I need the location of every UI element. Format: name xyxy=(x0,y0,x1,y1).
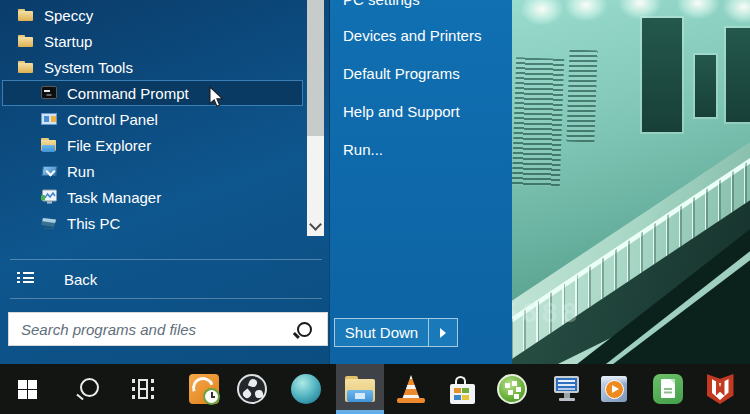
open-app-indicator xyxy=(336,410,384,414)
back-button[interactable]: Back xyxy=(2,264,303,294)
search-icon xyxy=(80,378,99,397)
menu-item-label: Control Panel xyxy=(67,111,158,128)
program-list: Speccy Startup System Tools Command Prom… xyxy=(2,2,303,236)
start-button[interactable] xyxy=(3,364,51,414)
taskbar-app-obs-studio[interactable] xyxy=(228,364,276,414)
file-explorer-icon xyxy=(345,376,375,402)
menu-item-command-prompt[interactable]: Command Prompt xyxy=(2,80,303,106)
scrollbar-thumb[interactable] xyxy=(307,0,324,136)
task-view-icon xyxy=(132,379,154,399)
mouse-cursor xyxy=(209,86,225,108)
divider xyxy=(10,298,322,299)
taskbar-app-green-document[interactable] xyxy=(644,364,692,414)
search-input[interactable] xyxy=(9,321,297,338)
wallpaper-door xyxy=(726,28,750,122)
obs-studio-icon xyxy=(237,374,267,404)
start-menu-right-panel: PC settings Devices and Printers Default… xyxy=(330,0,512,364)
shutdown-label: Shut Down xyxy=(335,324,428,341)
photo-watermark: 5688 xyxy=(510,298,582,329)
run-icon xyxy=(40,163,59,179)
menu-item-control-panel[interactable]: Control Panel xyxy=(2,106,303,132)
menu-item-speccy[interactable]: Speccy xyxy=(2,2,303,28)
taskbar-app-file-explorer[interactable] xyxy=(336,364,384,414)
command-prompt-icon xyxy=(40,85,59,101)
windows-logo-icon xyxy=(18,380,37,399)
shutdown-options-arrow-icon xyxy=(440,328,446,338)
back-label: Back xyxy=(64,271,97,288)
wallpaper-vent xyxy=(512,57,564,187)
menu-item-this-pc[interactable]: This PC xyxy=(2,210,303,236)
menu-list-icon xyxy=(17,272,34,286)
taskbar-app-mcafee[interactable] xyxy=(696,364,744,414)
shutdown-button[interactable]: Shut Down xyxy=(334,318,458,347)
menu-item-system-tools[interactable]: System Tools xyxy=(2,54,303,80)
menu-item-run-dialog[interactable]: Run... xyxy=(343,140,383,160)
menu-item-startup[interactable]: Startup xyxy=(2,28,303,54)
orange-clock-app-icon xyxy=(189,374,219,404)
windows-desktop: 5688 Speccy Startup System Tools Command… xyxy=(0,0,750,414)
shutdown-options-button[interactable] xyxy=(429,328,457,338)
menu-item-label: Task Manager xyxy=(67,189,161,206)
folder-icon xyxy=(17,33,36,49)
wallpaper-vent xyxy=(566,50,597,143)
folder-icon xyxy=(17,59,36,75)
menu-item-devices-and-printers[interactable]: Devices and Printers xyxy=(343,26,481,46)
taskbar-app-orange-clock[interactable] xyxy=(180,364,228,414)
mcafee-shield-icon xyxy=(707,374,734,404)
green-document-icon xyxy=(653,374,683,404)
vlc-cone-icon xyxy=(396,375,426,403)
search-icon[interactable] xyxy=(297,322,312,337)
desktop-wallpaper: 5688 xyxy=(510,0,750,364)
file-explorer-icon xyxy=(40,137,59,153)
chevron-down-icon xyxy=(309,218,322,231)
task-view-button[interactable] xyxy=(119,364,167,414)
windows-store-bag-icon xyxy=(450,375,475,404)
menu-item-label: Speccy xyxy=(44,7,93,24)
taskbar-app-teal-sphere[interactable] xyxy=(282,364,330,414)
green-blocks-app-icon xyxy=(497,374,527,404)
taskbar-app-green-circle[interactable] xyxy=(488,364,536,414)
menu-item-help-and-support[interactable]: Help and Support xyxy=(343,102,460,122)
taskbar-app-vlc[interactable] xyxy=(387,364,435,414)
taskbar-app-windows-store[interactable] xyxy=(438,364,486,414)
taskbar-search-button[interactable] xyxy=(63,364,111,414)
this-pc-icon xyxy=(40,215,59,231)
start-menu-left-panel: Speccy Startup System Tools Command Prom… xyxy=(0,0,330,364)
task-manager-icon xyxy=(40,189,59,205)
wallpaper-lamp-glow xyxy=(556,0,616,28)
search-box[interactable] xyxy=(8,312,328,346)
menu-item-label: Command Prompt xyxy=(67,85,189,102)
menu-item-label: Startup xyxy=(44,33,92,50)
taskbar-app-monitor-keyboard[interactable] xyxy=(543,364,591,414)
menu-item-file-explorer[interactable]: File Explorer xyxy=(2,132,303,158)
taskbar-app-blue-cube-play[interactable] xyxy=(590,364,638,414)
taskbar xyxy=(0,364,750,414)
menu-item-label: This PC xyxy=(67,215,120,232)
control-panel-icon xyxy=(40,111,59,127)
menu-item-default-programs[interactable]: Default Programs xyxy=(343,64,460,84)
menu-item-task-manager[interactable]: Task Manager xyxy=(2,184,303,210)
wallpaper-lamp-glow xyxy=(714,0,750,30)
monitor-keyboard-icon xyxy=(552,376,582,403)
teal-sphere-app-icon xyxy=(291,374,321,404)
wallpaper-door xyxy=(695,55,716,117)
menu-item-label: System Tools xyxy=(44,59,133,76)
divider xyxy=(10,259,322,260)
menu-item-run[interactable]: Run xyxy=(2,158,303,184)
folder-icon xyxy=(17,7,36,23)
wallpaper-door xyxy=(642,18,682,132)
menu-item-label: File Explorer xyxy=(67,137,151,154)
menu-item-pc-settings[interactable]: PC settings xyxy=(343,0,420,10)
scrollbar[interactable] xyxy=(307,0,324,236)
scrollbar-down-button[interactable] xyxy=(307,218,324,234)
blue-cube-play-icon xyxy=(601,376,627,402)
menu-item-label: Run xyxy=(67,163,95,180)
